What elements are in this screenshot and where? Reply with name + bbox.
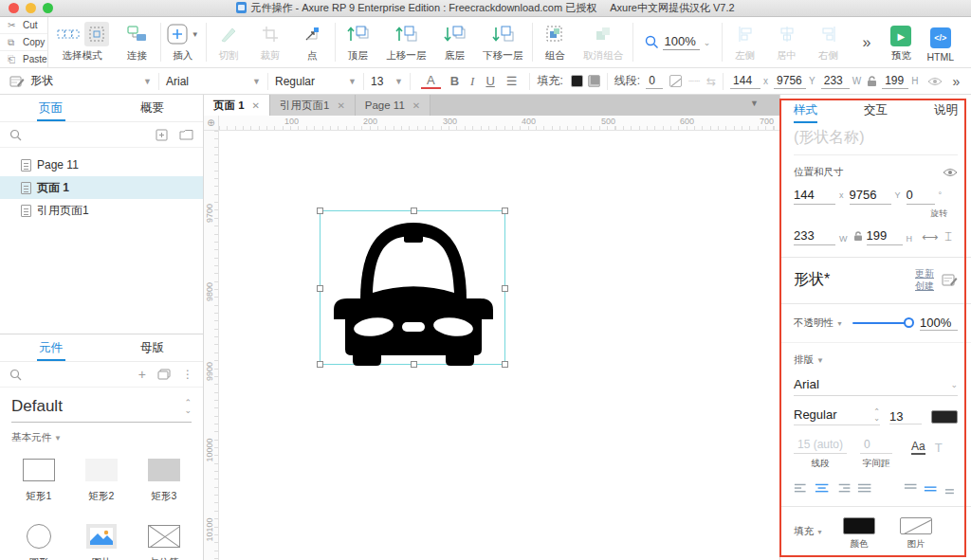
widget-section-label[interactable]: 基本元件 ▼ — [11, 431, 192, 444]
x-position-field[interactable]: 144 — [730, 74, 760, 89]
paste-button[interactable]: ⎗Paste — [0, 51, 47, 67]
text-shadow-icon[interactable]: T — [935, 441, 943, 455]
line-type-icon[interactable]: ┄┄ — [688, 77, 701, 86]
close-tab-icon[interactable]: ✕ — [252, 100, 260, 111]
lock-icon[interactable] — [853, 231, 863, 242]
close-tab-icon[interactable]: ✕ — [412, 100, 420, 111]
fill-shadow-swatch[interactable] — [588, 75, 600, 87]
zoom-control[interactable]: 100% ⌄ — [645, 34, 711, 50]
library-selector[interactable]: Default ⌃⌄ — [11, 397, 192, 423]
add-page-icon[interactable] — [156, 129, 168, 141]
resize-handle-sw[interactable] — [317, 361, 323, 368]
bold-button[interactable]: B — [445, 74, 465, 88]
zoom-level-value[interactable]: 100% — [663, 34, 700, 50]
canvas-tab-active[interactable]: 页面 1✕ — [204, 95, 270, 116]
resize-handle-w[interactable] — [317, 285, 323, 292]
widget-style-dropdown[interactable]: 形状▼ — [30, 73, 152, 89]
font-family-dropdown[interactable]: Arial▼ — [166, 75, 261, 88]
width-field[interactable]: 233 — [821, 74, 850, 89]
line-height-value[interactable]: 15 (auto) — [794, 438, 847, 454]
widget-ellipse[interactable]: 圆形 — [8, 516, 70, 560]
fill-color-swatch[interactable] — [843, 517, 875, 534]
resize-handle-ne[interactable] — [502, 208, 508, 214]
y-position-input[interactable] — [850, 188, 891, 205]
widget-placeholder[interactable]: 占位符 — [133, 516, 195, 560]
align-left-tool[interactable]: 左侧 — [724, 17, 766, 67]
align-bottom-icon[interactable] — [944, 482, 958, 495]
line-color-swatch[interactable] — [669, 75, 682, 87]
crop-tool[interactable]: 裁剪 — [249, 17, 291, 67]
y-position-field[interactable]: 9756 — [774, 74, 806, 89]
page-item-selected[interactable]: 页面 1 — [0, 176, 203, 199]
search-icon[interactable] — [9, 129, 22, 141]
char-spacing-value[interactable]: 0 — [860, 438, 892, 454]
inspector-size-input[interactable] — [889, 409, 922, 425]
more-tools-button[interactable]: » — [850, 34, 884, 51]
page-item[interactable]: 引用页面1 — [0, 199, 203, 222]
height-input[interactable] — [867, 228, 903, 245]
tab-overflow-icon[interactable]: ▼ — [750, 99, 759, 108]
create-style-link[interactable]: 创建 — [915, 280, 934, 292]
cut-button[interactable]: ✂Cut — [0, 17, 47, 34]
ungroup-tool[interactable]: 取消组合 — [576, 17, 631, 67]
height-field[interactable]: 199 — [882, 74, 908, 89]
align-text-right-icon[interactable] — [836, 482, 851, 495]
lock-icon[interactable] — [867, 76, 877, 87]
tab-masters[interactable]: 母版 — [101, 334, 203, 361]
shape-name-input[interactable] — [794, 125, 958, 155]
tab-widgets[interactable]: 元件 — [0, 334, 101, 361]
preview-button[interactable]: ▶ 预览 — [883, 17, 919, 67]
inspector-font-dropdown[interactable]: Arial⌄ — [794, 372, 958, 396]
html-export-button[interactable]: </> HTML — [919, 17, 962, 67]
widget-rectangle3[interactable]: 矩形3 — [133, 450, 195, 503]
typography-label[interactable]: 排版▼ — [794, 353, 958, 367]
search-icon[interactable] — [9, 369, 22, 381]
canvas-tab[interactable]: Page 11✕ — [356, 95, 431, 116]
selection-bounding-box[interactable] — [320, 210, 505, 365]
underline-button[interactable]: U — [480, 74, 500, 88]
fill-image-swatch[interactable] — [900, 517, 932, 534]
tab-pages[interactable]: 页面 — [0, 95, 101, 121]
bring-to-front-tool[interactable]: 顶层 — [337, 17, 378, 67]
resize-handle-se[interactable] — [502, 361, 508, 368]
eye-icon[interactable] — [927, 77, 943, 86]
inspector-weight-dropdown[interactable]: Regular⌃⌄ — [794, 407, 880, 425]
italic-button[interactable]: I — [465, 74, 480, 89]
copy-button[interactable]: ⧉Copy — [0, 34, 47, 51]
canvas-area[interactable]: 页面 1✕ 引用页面1✕ Page 11✕ ▼ ⊕ 100 200 300 40… — [204, 95, 779, 560]
tab-notes[interactable]: 说明 — [934, 95, 958, 125]
opacity-slider[interactable] — [852, 322, 912, 324]
resize-handle-nw[interactable] — [317, 208, 323, 214]
fill-section-label[interactable]: 填充 ▼ — [794, 525, 843, 538]
kebab-menu-icon[interactable]: ⋮ — [182, 368, 193, 381]
fit-height-icon[interactable]: ⌶ — [944, 229, 952, 244]
font-color-swatch[interactable] — [931, 410, 958, 424]
eye-icon[interactable] — [943, 168, 958, 177]
close-tab-icon[interactable]: ✕ — [337, 100, 344, 111]
fit-width-icon[interactable]: ⟷ — [922, 230, 938, 244]
connect-tool[interactable]: 连接 — [117, 17, 158, 67]
align-text-left-icon[interactable] — [794, 482, 808, 495]
line-width-field[interactable]: 0 — [646, 74, 663, 89]
align-text-center-icon[interactable] — [815, 482, 829, 495]
edit-style-icon[interactable] — [942, 273, 958, 287]
add-library-icon[interactable]: + — [138, 367, 146, 382]
text-case-icon[interactable]: Aa — [911, 440, 925, 455]
resize-handle-n[interactable] — [411, 208, 417, 214]
canvas-tab[interactable]: 引用页面1✕ — [270, 95, 356, 116]
resize-handle-s[interactable] — [411, 361, 417, 368]
slider-knob[interactable] — [904, 317, 914, 328]
resize-handle-e[interactable] — [502, 285, 508, 292]
opacity-value-input[interactable] — [920, 316, 958, 331]
widget-rectangle1[interactable]: 矩形1 — [8, 450, 70, 503]
fill-color-swatch[interactable] — [571, 75, 583, 87]
select-intersect-icon[interactable] — [56, 22, 81, 46]
font-size-dropdown[interactable]: 13▼ — [371, 75, 403, 88]
rotation-input[interactable] — [907, 188, 935, 205]
align-top-icon[interactable] — [904, 482, 917, 495]
width-input[interactable] — [794, 228, 835, 245]
font-color-button[interactable]: A — [421, 74, 441, 89]
font-weight-dropdown[interactable]: Regular▼ — [275, 75, 357, 88]
ruler-origin-icon[interactable]: ⊕ — [204, 116, 219, 131]
align-center-tool[interactable]: 居中 — [766, 17, 808, 67]
